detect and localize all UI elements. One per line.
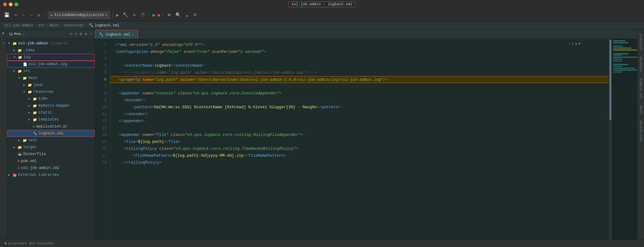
i18n-arrow[interactable]: ▶ xyxy=(28,97,32,101)
tree-item-log[interactable]: ▼ 📁 log xyxy=(7,54,95,61)
scratches-console-item[interactable]: ⚙ Scratches and Consoles xyxy=(3,241,55,246)
cut-button[interactable]: ✂ xyxy=(13,11,19,19)
target-arrow[interactable]: ▶ xyxy=(13,145,17,149)
stop-button[interactable]: ◼ xyxy=(158,12,160,18)
src-arrow[interactable]: ▼ xyxy=(13,70,17,73)
code-line-6[interactable]: <property name="log.path" value="/Users/… xyxy=(110,76,609,83)
locate-button[interactable]: ⊙ xyxy=(69,31,73,37)
fullscreen-button[interactable] xyxy=(14,3,18,6)
tree-item-log-file[interactable]: ▶ 📄 xxl-job-admin.log xyxy=(7,61,95,68)
main-area: P L 🗂 Pro... ⊙ ≡ ⊞ ⚙ − ▼ 📁 xxl-job-admin… xyxy=(0,30,644,239)
tree-item-src[interactable]: ▼ 📁 src xyxy=(7,68,95,75)
panel-settings-button[interactable]: ⚙ xyxy=(84,31,88,37)
code-line-12[interactable]: </appender> xyxy=(110,118,609,125)
mybatis-arrow[interactable]: ▶ xyxy=(28,104,32,108)
mybatis-sql-tool[interactable]: Mybatis Sql xyxy=(638,76,644,101)
code-line-11[interactable]: </encoder> xyxy=(110,111,609,118)
root-arrow[interactable]: ▼ xyxy=(8,42,12,45)
code-line-3[interactable] xyxy=(110,55,609,62)
rest-service-tool[interactable]: RestService xyxy=(638,118,644,144)
code-line-8[interactable]: <appender name="console" class="ch.qos.l… xyxy=(110,90,609,97)
debug-build-button[interactable]: 🔨 xyxy=(121,11,130,19)
code-line-2[interactable]: <configuration debug="false" scan="true"… xyxy=(110,48,609,55)
close-panel-button[interactable]: − xyxy=(89,31,93,37)
code-line-14[interactable]: <appender name="file" class="ch.qos.logb… xyxy=(110,132,609,138)
vcs-button[interactable]: ☁ xyxy=(184,11,190,19)
tree-item-pom[interactable]: ▶ m pom.xml xyxy=(7,158,95,165)
revert-button[interactable]: ↻ xyxy=(36,11,42,19)
code-line-16[interactable]: <rollingPolicy class="ch.qos.logback.cor… xyxy=(110,145,609,152)
tree-root[interactable]: ▼ 📁 xxl-job-admin ~/Code/Ja xyxy=(7,40,95,47)
code-line-4[interactable]: <contextName>logback</contextName> xyxy=(110,62,609,69)
tree-item-i18n[interactable]: ▶ 📁 i18n xyxy=(7,95,95,102)
code-line-7[interactable] xyxy=(110,83,609,90)
test-arrow[interactable]: ▶ xyxy=(18,138,22,142)
save-button[interactable]: 💾 xyxy=(3,11,11,19)
code-line-10[interactable]: <pattern>%d{HH:mm:ss.SSS} %contextName [… xyxy=(110,104,609,111)
tree-item-external[interactable]: ▶ 📚 External Libraries xyxy=(7,171,95,178)
run-button[interactable]: ▶ xyxy=(116,12,119,18)
code-line-1[interactable]: <?xml version="1.0" encoding="UTF-8"?> xyxy=(110,42,609,48)
tree-item-iml[interactable]: ▶ I xxl-job-admin.iml xyxy=(7,165,95,171)
forward-button[interactable]: → xyxy=(28,12,34,19)
tree-item-templates[interactable]: ▶ 📁 templates xyxy=(7,116,95,123)
code-line-13[interactable] xyxy=(110,125,609,132)
line-num-12: 12 xyxy=(95,118,110,125)
coverage-button[interactable]: ⊕ xyxy=(131,11,137,19)
collapse-button[interactable]: ≡ xyxy=(74,31,78,37)
tree-item-test[interactable]: ▶ 📁 test xyxy=(7,137,95,144)
nav-up-icon[interactable]: ▲ xyxy=(575,42,577,46)
breadcrumb-part-src[interactable]: src xyxy=(38,23,45,28)
leetcode-icon[interactable]: L xyxy=(2,42,5,46)
main-arrow[interactable]: ▼ xyxy=(18,76,22,80)
project-dropdown[interactable]: ▶ XxlJobAdminApplication ▾ xyxy=(48,11,110,19)
tree-item-static[interactable]: ▶ 📁 static xyxy=(7,109,95,116)
breadcrumb-part-main[interactable]: main xyxy=(50,23,59,28)
external-arrow[interactable]: ▶ xyxy=(8,173,12,177)
tree-item-resources[interactable]: ▼ 📁 resources xyxy=(7,88,95,95)
run-config-button[interactable]: ▶ xyxy=(153,12,156,18)
breadcrumb-part-project[interactable]: xxl-job-admin xyxy=(4,23,33,28)
code-content[interactable]: ✓ 1 ▲ ▼ <?xml version="1.0" encoding="UT… xyxy=(110,39,609,239)
idea-arrow[interactable]: ▶ xyxy=(13,48,17,52)
scrollbar-thumb[interactable] xyxy=(609,40,611,120)
back-button[interactable]: ← xyxy=(20,12,26,19)
tree-item-java[interactable]: ▶ 📁 java xyxy=(7,81,95,88)
vertical-scrollbar[interactable] xyxy=(609,39,612,239)
templates-arrow[interactable]: ▶ xyxy=(28,118,32,121)
static-arrow[interactable]: ▶ xyxy=(28,111,32,115)
jclasslib-tool[interactable]: JclassLib xyxy=(638,31,644,53)
profile-button[interactable]: ⏱ xyxy=(139,12,147,19)
code-line-15[interactable]: <file>${log.path}</file> xyxy=(110,138,609,145)
tree-item-main[interactable]: ▼ 📁 main xyxy=(7,75,95,81)
database-tool[interactable]: Database xyxy=(638,54,644,74)
maven-tool[interactable]: Maven xyxy=(638,103,644,117)
tree-item-target[interactable]: ▶ 📁 target xyxy=(7,144,95,151)
breadcrumb-part-file[interactable]: logback.xml xyxy=(95,23,119,28)
tree-item-mybatis[interactable]: ▶ 📁 mybatis-mapper xyxy=(7,102,95,109)
logback-tab[interactable]: 🔧 logback.xml ✕ xyxy=(95,30,138,39)
breadcrumb-part-resources[interactable]: resources xyxy=(64,23,84,28)
java-arrow[interactable]: ▶ xyxy=(23,83,27,87)
tree-item-idea[interactable]: ▶ 📁 .idea xyxy=(7,47,95,54)
search-button[interactable]: 🔍 xyxy=(174,11,182,19)
minimize-button[interactable] xyxy=(9,3,13,6)
code-line-18[interactable]: </rollingPolicy> xyxy=(110,159,609,166)
code-line-17[interactable]: <fileNamePattern>${log.path}.%d{yyyy-MM-… xyxy=(110,152,609,159)
layout-button[interactable]: ⊞ xyxy=(166,11,172,19)
tab-close-button[interactable]: ✕ xyxy=(132,33,134,36)
tree-item-logback[interactable]: ▶ 🔧 logback.xml xyxy=(7,130,95,137)
code-line-9[interactable]: <encoder> xyxy=(110,97,609,104)
tree-item-application[interactable]: ▶ ⚙ application.pr xyxy=(7,123,95,130)
close-button[interactable] xyxy=(3,3,7,6)
nav-down-icon[interactable]: ▼ xyxy=(578,42,580,46)
log-arrow[interactable]: ▼ xyxy=(14,56,17,59)
line-num-5: 5 xyxy=(95,69,110,76)
resources-arrow[interactable]: ▼ xyxy=(23,90,27,94)
settings-button[interactable]: ≡ xyxy=(192,11,198,19)
code-line-5[interactable]: <!--<property name="log.path" value="/da… xyxy=(110,69,609,76)
project-panel-icon[interactable]: P xyxy=(3,31,4,36)
tree-item-dockerfile[interactable]: ▶ 🐳 Dockerfile xyxy=(7,151,95,158)
i18n-icon: 📁 xyxy=(33,97,37,101)
expand-button[interactable]: ⊞ xyxy=(79,31,83,37)
